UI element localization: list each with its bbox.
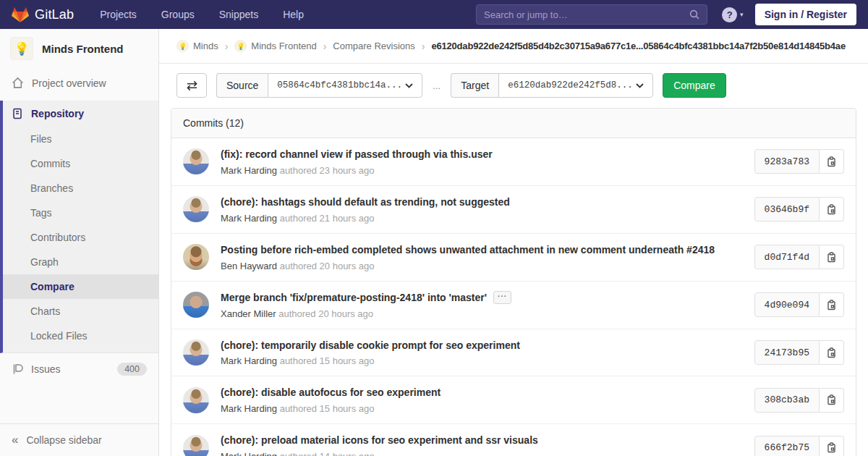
source-revision-value: 05864c4bfc4381bbc14a... bbox=[277, 80, 402, 90]
copy-sha-button[interactable] bbox=[820, 292, 844, 317]
breadcrumb-item-minds[interactable]: 💡 Minds bbox=[176, 40, 218, 52]
breadcrumb-separator: › bbox=[225, 41, 229, 52]
group-avatar: 💡 bbox=[176, 40, 189, 52]
sidebar-item-branches[interactable]: Branches bbox=[3, 176, 158, 200]
sidebar-item-issues[interactable]: Issues 400 bbox=[0, 353, 158, 385]
author-avatar[interactable] bbox=[183, 435, 209, 456]
nav-link-projects[interactable]: Projects bbox=[100, 9, 137, 20]
source-label: Source bbox=[216, 73, 268, 98]
author-avatar[interactable] bbox=[183, 387, 209, 413]
commit-row: (chore): disable autofocus for seo exper… bbox=[171, 376, 856, 423]
commit-author[interactable]: Mark Harding bbox=[221, 355, 277, 366]
commit-sha[interactable]: 03646b9f bbox=[754, 197, 820, 221]
author-avatar[interactable] bbox=[183, 196, 209, 222]
revision-range-separator: ... bbox=[433, 80, 441, 91]
breadcrumb-label: Compare Revisions bbox=[333, 41, 414, 51]
nav-link-snippets[interactable]: Snippets bbox=[219, 9, 258, 20]
commit-authored-time: authored 23 hours ago bbox=[280, 165, 375, 176]
sidebar-item-tags[interactable]: Tags bbox=[3, 200, 158, 225]
chevron-down-icon bbox=[636, 83, 644, 88]
sidebar-item-graph[interactable]: Graph bbox=[3, 250, 158, 274]
sidebar-item-locked-files[interactable]: Locked Files bbox=[3, 324, 158, 348]
copy-sha-button[interactable] bbox=[820, 197, 844, 221]
commit-title[interactable]: (chore): temporarily disable cookie prom… bbox=[221, 339, 743, 352]
commit-meta: Xander Miller authored 20 hours ago bbox=[221, 308, 743, 319]
commit-sha[interactable]: 4d90e094 bbox=[754, 292, 820, 317]
commit-sha[interactable]: 9283a783 bbox=[754, 149, 820, 174]
commit-title[interactable]: (fix): record channel view if passed thr… bbox=[221, 148, 743, 161]
commit-title[interactable]: Merge branch 'fix/premature-posting-2418… bbox=[221, 291, 743, 305]
gitlab-tanuki-icon bbox=[12, 6, 29, 23]
commit-author[interactable]: Mark Harding bbox=[221, 451, 277, 456]
commit-sha[interactable]: 666f2b75 bbox=[754, 436, 820, 456]
top-navbar: GitLab Projects Groups Snippets Help ? ▾… bbox=[0, 0, 868, 29]
gitlab-logo-text: GitLab bbox=[35, 7, 74, 22]
sign-in-register-button[interactable]: Sign in / Register bbox=[755, 4, 856, 25]
search-icon bbox=[689, 9, 699, 20]
sidebar-item-repository[interactable]: Repository bbox=[3, 101, 158, 127]
project-avatar: 💡 bbox=[10, 37, 33, 60]
author-avatar[interactable] bbox=[183, 244, 209, 270]
issues-count-badge: 400 bbox=[117, 363, 147, 376]
commit-author[interactable]: Ben Hayward bbox=[221, 261, 277, 271]
search-input[interactable] bbox=[484, 9, 689, 20]
copy-sha-button[interactable] bbox=[820, 149, 844, 174]
commit-title[interactable]: (chore): preload material icons for seo … bbox=[221, 434, 743, 447]
author-avatar[interactable] bbox=[183, 292, 209, 318]
chevron-down-icon bbox=[405, 83, 413, 88]
breadcrumb-current-revision-range: e6120dab922de242f5d85d4b2c30715a9a677c1e… bbox=[431, 41, 845, 51]
commit-author[interactable]: Mark Harding bbox=[221, 213, 277, 224]
sidebar-item-commits[interactable]: Commits bbox=[3, 151, 158, 176]
issues-icon bbox=[12, 363, 23, 375]
breadcrumb-item-compare-revisions[interactable]: Compare Revisions bbox=[333, 41, 414, 51]
copy-sha-button[interactable] bbox=[820, 340, 844, 365]
nav-link-groups[interactable]: Groups bbox=[161, 9, 195, 20]
commit-sha[interactable]: 24173b95 bbox=[754, 340, 820, 365]
sidebar-item-contributors[interactable]: Contributors bbox=[3, 225, 158, 250]
nav-link-help[interactable]: Help bbox=[283, 9, 304, 20]
breadcrumb-label: Minds Frontend bbox=[251, 41, 316, 51]
global-search[interactable] bbox=[476, 4, 707, 25]
target-revision-dropdown[interactable]: e6120dab922de242f5d8... bbox=[498, 73, 653, 98]
author-avatar[interactable] bbox=[183, 148, 209, 174]
sidebar-item-label: Issues bbox=[31, 363, 60, 375]
sidebar-item-label: Project overview bbox=[32, 77, 106, 89]
commit-title[interactable]: (chore): disable autofocus for seo exper… bbox=[221, 386, 743, 400]
commit-meta: Mark Harding authored 23 hours ago bbox=[221, 165, 743, 176]
copy-sha-button[interactable] bbox=[820, 388, 844, 413]
commit-title[interactable]: (chore): hashtags should default as tren… bbox=[221, 195, 743, 209]
toggle-commit-description-button[interactable]: ··· bbox=[493, 291, 511, 304]
sidebar-item-project-overview[interactable]: Project overview bbox=[0, 69, 158, 96]
commit-meta: Mark Harding authored 21 hours ago bbox=[221, 213, 743, 224]
copy-sha-button[interactable] bbox=[820, 245, 844, 269]
breadcrumb-item-minds-frontend[interactable]: 💡 Minds Frontend bbox=[234, 40, 316, 52]
swap-revisions-button[interactable] bbox=[176, 73, 207, 98]
home-icon bbox=[12, 77, 24, 89]
project-context-header[interactable]: 💡 Minds Frontend bbox=[0, 29, 158, 69]
commits-panel: Commits (12) (fix): record channel view … bbox=[171, 108, 856, 456]
commit-authored-time: authored 20 hours ago bbox=[280, 261, 375, 271]
source-revision-group: Source 05864c4bfc4381bbc14a... bbox=[216, 73, 422, 98]
help-menu[interactable]: ? ▾ bbox=[722, 7, 744, 22]
commit-sha[interactable]: 308cb3ab bbox=[754, 388, 820, 413]
question-mark-icon: ? bbox=[722, 7, 737, 22]
source-revision-dropdown[interactable]: 05864c4bfc4381bbc14a... bbox=[268, 73, 422, 98]
commit-meta: Mark Harding authored 14 hours ago bbox=[221, 451, 743, 456]
project-title: Minds Frontend bbox=[42, 43, 124, 55]
copy-sha-button[interactable] bbox=[820, 436, 844, 456]
sidebar-item-files[interactable]: Files bbox=[3, 127, 158, 151]
compare-button[interactable]: Compare bbox=[663, 73, 726, 98]
breadcrumb-label: Minds bbox=[193, 41, 218, 51]
collapse-sidebar-button[interactable]: « Collapse sidebar bbox=[0, 424, 158, 456]
gitlab-logo[interactable]: GitLab bbox=[12, 6, 74, 23]
commit-author[interactable]: Mark Harding bbox=[221, 165, 277, 176]
sidebar-item-charts[interactable]: Charts bbox=[3, 299, 158, 324]
main-content: 💡 Minds › 💡 Minds Frontend › Compare Rev… bbox=[159, 29, 868, 456]
commit-row: Merge branch 'fix/premature-posting-2418… bbox=[171, 281, 856, 329]
author-avatar[interactable] bbox=[183, 339, 209, 366]
commit-author[interactable]: Mark Harding bbox=[221, 403, 277, 414]
commit-sha[interactable]: d0d71f4d bbox=[754, 245, 820, 269]
commit-author[interactable]: Xander Miller bbox=[221, 308, 276, 319]
commit-title[interactable]: Posting before rich-embed completed show… bbox=[221, 243, 743, 257]
sidebar-item-compare[interactable]: Compare bbox=[3, 274, 158, 299]
